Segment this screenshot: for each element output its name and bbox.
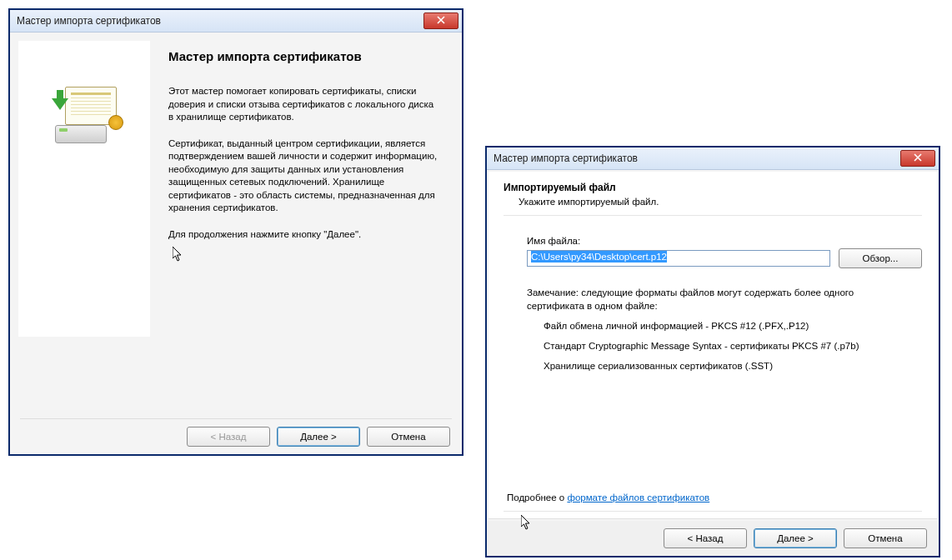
wizard-intro-text: Этот мастер помогает копировать сертифик… (168, 85, 438, 124)
wizard-heading: Мастер импорта сертификатов (168, 49, 438, 63)
cancel-button[interactable]: Отмена (367, 427, 450, 447)
step-title: Импортируемый файл (504, 182, 922, 193)
format-item: Стандарт Cryptographic Message Syntax - … (544, 341, 922, 351)
step-subtitle: Укажите импортируемый файл. (519, 197, 922, 207)
wizard-side-panel (18, 41, 150, 337)
window-title: Мастер импорта сертификатов (494, 152, 900, 164)
separator (504, 215, 922, 216)
formats-note: Замечание: следующие форматы файлов могу… (527, 287, 899, 312)
more-info-link[interactable]: формате файлов сертификатов (567, 492, 709, 502)
close-button[interactable] (900, 150, 935, 167)
next-button[interactable]: Далее > (277, 427, 360, 447)
browse-button[interactable]: Обзор... (839, 248, 922, 268)
separator (504, 511, 922, 512)
cancel-button[interactable]: Отмена (844, 528, 927, 548)
wizard-window-welcome: Мастер импорта сертификатов Мастер импор… (8, 8, 463, 456)
titlebar[interactable]: Мастер импорта сертификатов (10, 10, 462, 32)
window-title: Мастер импорта сертификатов (17, 15, 423, 27)
wizard-window-file: Мастер импорта сертификатов Импортируемы… (485, 146, 940, 558)
back-button[interactable]: < Назад (664, 528, 747, 548)
close-icon (914, 153, 922, 163)
format-item: Хранилище сериализованных сертификатов (… (544, 361, 922, 371)
back-button: < Назад (187, 427, 270, 447)
filename-input[interactable]: C:\Users\py34\Desktop\cert.p12 (527, 250, 830, 267)
format-item: Файл обмена личной информацией - PKCS #1… (544, 321, 922, 331)
filename-label: Имя файла: (527, 236, 922, 246)
close-button[interactable] (423, 12, 458, 29)
close-icon (437, 16, 445, 26)
titlebar[interactable]: Мастер импорта сертификатов (487, 148, 939, 170)
more-info: Подробнее о формате файлов сертификатов (507, 492, 922, 502)
wizard-description-text: Сертификат, выданный центром сертификаци… (168, 138, 438, 215)
formats-list: Файл обмена личной информацией - PKCS #1… (544, 321, 922, 381)
wizard-continue-text: Для продолжения нажмите кнопку "Далее". (168, 228, 438, 242)
more-info-prefix: Подробнее о (507, 492, 567, 502)
next-button[interactable]: Далее > (754, 528, 837, 548)
filename-value: C:\Users\py34\Desktop\cert.p12 (531, 251, 667, 262)
certificate-import-icon (47, 87, 122, 145)
